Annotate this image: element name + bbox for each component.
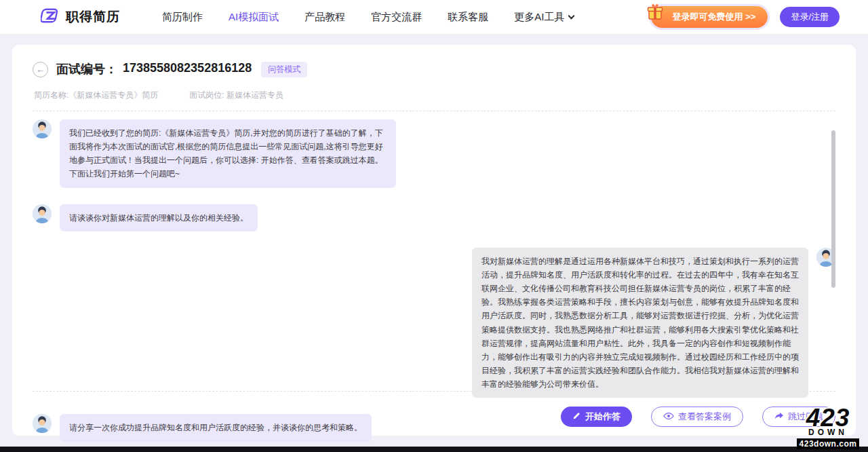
nav-item-ai-mock-interview[interactable]: AI模拟面试 [229,11,279,24]
back-button[interactable]: ← [33,62,48,77]
chat-message-bot-question2: 请分享一次你成功提升品牌知名度和用户活跃度的经验，并谈谈你的思考和策略。 [33,414,835,441]
back-arrow-icon: ← [36,64,45,75]
message-bubble: 请分享一次你成功提升品牌知名度和用户活跃度的经验，并谈谈你的思考和策略。 [60,414,372,441]
message-bubble: 我们已经收到了您的简历:《新媒体运营专员》简历,并对您的简历进行了基础的了解，下… [60,119,396,188]
message-bubble: 我对新媒体运营的理解是通过运用各种新媒体平台和技巧，通过策划和执行一系列的运营活… [472,248,808,398]
watermark-site-url: 423down.com [797,438,860,449]
page-title: 面试编号： 1738558082352816128 [56,61,252,77]
message-bubble: 请谈谈你对新媒体运营的理解以及你的相关经验。 [60,204,258,231]
interview-id-label: 面试编号： [56,61,117,77]
page-background: ← 面试编号： 1738558082352816128 问答模式 简历名称:《新… [0,34,868,447]
nav-item-more-ai-tools[interactable]: 更多AI工具 [514,11,574,24]
nav-item-product-tutorial[interactable]: 产品教程 [304,11,345,24]
brand-logo-icon [41,7,60,26]
chat-message-user-answer: 我对新媒体运营的理解是通过运用各种新媒体平台和技巧，通过策划和执行一系列的运营活… [33,248,835,398]
chat-scrollbar[interactable] [831,130,835,288]
login-free-promo-button[interactable]: 登录即可免费使用 >> [651,6,768,28]
interviewer-avatar [33,119,52,138]
navbar: 职得简历 简历制作 AI模拟面试 产品教程 官方交流群 联系客服 更多AI工具 … [0,0,868,34]
bottom-strip [0,447,868,452]
card-header: ← 面试编号： 1738558082352816128 问答模式 [33,45,835,77]
chat-message-bot-intro: 我们已经收到了您的简历:《新媒体运营专员》简历,并对您的简历进行了基础的了解，下… [33,119,835,188]
mode-badge: 问答模式 [261,62,307,77]
watermark-down-text: DOWN [791,428,865,437]
interview-meta: 简历名称:《新媒体运营专员》简历 面试岗位: 新媒体运营专员 [33,90,835,101]
interview-position: 面试岗位: 新媒体运营专员 [189,90,283,101]
navbar-right: 登录即可免费使用 >> 登录/注册 [651,6,840,28]
watermark-423down: 423 DOWN 423down.com [791,407,865,449]
interview-id-value: 1738558082352816128 [123,61,252,77]
brand-logo[interactable]: 职得简历 [41,7,120,26]
chat-message-bot-question1: 请谈谈你对新媒体运营的理解以及你的相关经验。 [33,204,835,231]
nav-item-resume-builder[interactable]: 简历制作 [162,11,203,24]
gift-icon [646,2,665,23]
nav-item-label: 更多AI工具 [514,11,564,24]
interview-card: ← 面试编号： 1738558082352816128 问答模式 简历名称:《新… [12,45,856,436]
watermark-big-text: 423 [791,407,865,428]
interviewer-avatar [33,414,52,433]
nav-links: 简历制作 AI模拟面试 产品教程 官方交流群 联系客服 更多AI工具 [162,11,574,24]
nav-item-official-group[interactable]: 官方交流群 [371,11,422,24]
resume-name: 简历名称:《新媒体运营专员》简历 [34,90,158,101]
interviewer-avatar [33,204,52,223]
promo-label: 登录即可免费使用 >> [673,11,756,23]
login-register-button[interactable]: 登录/注册 [780,7,840,27]
brand-name: 职得简历 [66,8,120,26]
nav-item-customer-service[interactable]: 联系客服 [448,11,488,24]
chat-area: 我们已经收到了您的简历:《新媒体运营专员》简历,并对您的简历进行了基础的了解，下… [33,111,835,381]
chevron-down-icon [568,13,575,20]
